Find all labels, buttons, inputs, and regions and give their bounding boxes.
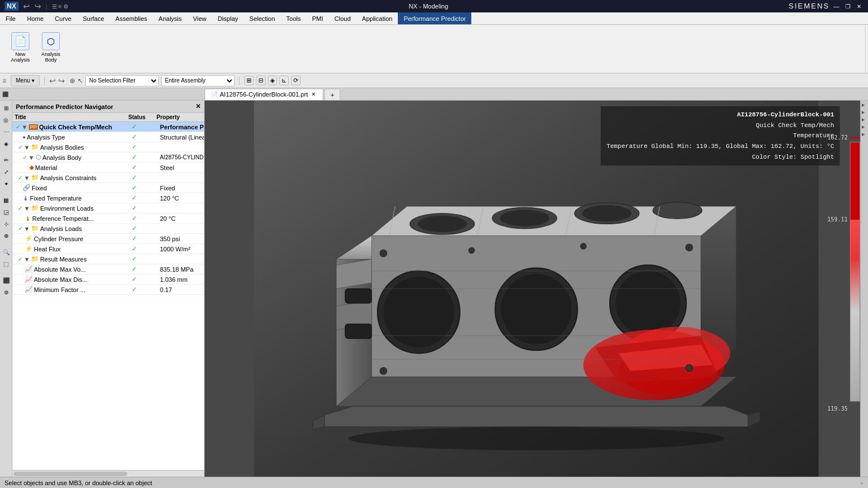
info-overlay: AI128756-CylinderBlock-001 Quick Check T… bbox=[601, 106, 840, 165]
left-icon-6[interactable]: ⤢ bbox=[1, 167, 11, 177]
tree-row-6[interactable]: ✓ ▼ 📁 Analysis Constraints ✓ bbox=[12, 173, 204, 183]
tree-row-2[interactable]: ● Analysis Type ✓ Structural (Linear Sta… bbox=[12, 132, 204, 142]
menu-selection[interactable]: Selection bbox=[244, 12, 280, 24]
tree-row-1[interactable]: ✓ ▼ PP Quick Check Temp/Mech ✓ Performan… bbox=[12, 122, 204, 132]
snap-btn[interactable]: ⊞ bbox=[244, 76, 254, 85]
redo-nav[interactable]: ↪ bbox=[58, 76, 65, 85]
left-icon-1[interactable]: ⊞ bbox=[1, 103, 11, 113]
menu-cloud[interactable]: Cloud bbox=[329, 12, 357, 24]
tree-status-5: ✓ bbox=[131, 163, 159, 172]
tree-cell-title-15: 📈 Absolute Max Vo... bbox=[12, 265, 131, 273]
collapse-14[interactable]: ▼ bbox=[24, 256, 30, 263]
menu-surface[interactable]: Surface bbox=[77, 12, 110, 24]
left-icon-15[interactable]: ⊚ bbox=[1, 287, 11, 297]
menu-curve[interactable]: Curve bbox=[49, 12, 77, 24]
left-icon-10[interactable]: ⊹ bbox=[1, 219, 11, 229]
separator: | bbox=[46, 3, 47, 10]
left-icon-12[interactable]: 🔍 bbox=[1, 247, 11, 257]
menu-button[interactable]: Menu ▾ bbox=[11, 75, 40, 86]
menu-view[interactable]: View bbox=[188, 12, 212, 24]
minimize-btn[interactable]: — bbox=[832, 2, 841, 11]
left-icon-3[interactable]: ⋯ bbox=[1, 127, 11, 137]
redo-btn[interactable]: ↪ bbox=[34, 2, 41, 11]
left-icon-4[interactable]: ◈ bbox=[1, 138, 11, 149]
menu-file[interactable]: File bbox=[0, 12, 21, 24]
load-icon-13: ⚡ bbox=[25, 245, 33, 252]
right-icon-2[interactable]: ▶ bbox=[862, 110, 867, 116]
nav-icon-1[interactable]: ≡ bbox=[2, 77, 6, 85]
tree-row-4[interactable]: ✓ ▼ ⬡ Analysis Body ✓ AI28756-CYLINDEBLO… bbox=[12, 152, 204, 163]
tree-row-17[interactable]: 📈 Minimum Factor ... ✓ 0.17 bbox=[12, 285, 204, 295]
left-icon-2[interactable]: ◎ bbox=[1, 115, 11, 125]
nav-scroll-thumb[interactable] bbox=[14, 472, 127, 476]
undo-btn[interactable]: ↩ bbox=[23, 2, 30, 11]
tree-label-6: Analysis Constraints bbox=[40, 175, 97, 181]
tree-cell-title-11: ✓ ▼ 📁 Analysis Loads bbox=[12, 224, 131, 233]
tree-row-8[interactable]: 🌡 Fixed Temperature ✓ 120 °C bbox=[12, 193, 204, 203]
collapse-11[interactable]: ▼ bbox=[24, 225, 30, 232]
collapse-9[interactable]: ▼ bbox=[24, 205, 30, 212]
tree-row-15[interactable]: 📈 Absolute Max Vo... ✓ 835.18 MPa bbox=[12, 264, 204, 274]
tree-row-7[interactable]: 🔗 Fixed ✓ Fixed bbox=[12, 183, 204, 193]
menu-home[interactable]: Home bbox=[21, 12, 49, 24]
nav-btn-d[interactable]: ⟳ bbox=[291, 76, 301, 85]
tree-row-9[interactable]: ✓ ▼ 📁 Environment Loads ✓ bbox=[12, 203, 204, 213]
left-icon-bar: ⊞ ◎ ⋯ ◈ ✏ ⤢ ✦ ▦ ◲ ⊹ ⊕ 🔍 ⬚ ⬛ ⊚ bbox=[0, 101, 12, 477]
right-icon-1[interactable]: ▶ bbox=[862, 103, 867, 108]
nav-btn-c[interactable]: ⊾ bbox=[279, 76, 289, 85]
menu-application[interactable]: Application bbox=[357, 12, 398, 24]
tree-row-14[interactable]: ✓ ▼ 📁 Result Measures ✓ bbox=[12, 254, 204, 264]
nav-toolbar: ≡ Menu ▾ ↩ ↪ ⊕ ↖ No Selection Filter Ent… bbox=[0, 73, 868, 88]
right-icon-5[interactable]: ▶ bbox=[862, 132, 867, 138]
nav-scrollbar[interactable] bbox=[12, 470, 204, 477]
left-icon-5[interactable]: ✏ bbox=[1, 155, 11, 165]
menu-analysis[interactable]: Analysis bbox=[153, 12, 188, 24]
left-icon-11[interactable]: ⊕ bbox=[1, 230, 11, 241]
tree-row-12[interactable]: ⚡ Cylinder Pressure ✓ 350 psi bbox=[12, 234, 204, 244]
menu-pmi[interactable]: PMI bbox=[306, 12, 329, 24]
nav-select-icon[interactable]: ↖ bbox=[77, 77, 83, 85]
right-icon-3[interactable]: ▶ bbox=[862, 117, 867, 123]
restore-btn[interactable]: ❐ bbox=[843, 2, 852, 11]
tree-cell-title-14: ✓ ▼ 📁 Result Measures bbox=[12, 255, 131, 263]
collapse-4[interactable]: ▼ bbox=[28, 154, 34, 161]
tab-close-btn[interactable]: ✕ bbox=[310, 91, 317, 97]
left-icon-7[interactable]: ✦ bbox=[1, 178, 11, 189]
nav-btn-b[interactable]: ◈ bbox=[268, 76, 277, 85]
navigator-title: Performance Predictor Navigator bbox=[16, 103, 113, 110]
assembly-dropdown[interactable]: Entire Assembly bbox=[161, 75, 235, 86]
collapse-3[interactable]: ▼ bbox=[24, 144, 30, 151]
new-analysis-button[interactable]: 📄 New Analysis bbox=[6, 27, 35, 68]
tree-row-3[interactable]: ✓ ▼ 📁 Analysis Bodies ✓ bbox=[12, 142, 204, 152]
navigator-close[interactable]: ✕ bbox=[196, 103, 201, 110]
selection-filter-dropdown[interactable]: No Selection Filter bbox=[85, 75, 159, 86]
undo-nav[interactable]: ↩ bbox=[49, 76, 56, 85]
tree-row-11[interactable]: ✓ ▼ 📁 Analysis Loads ✓ bbox=[12, 224, 204, 234]
nav-snap-icon[interactable]: ⊕ bbox=[70, 77, 75, 85]
left-icon-8[interactable]: ▦ bbox=[1, 195, 11, 205]
collapse-6[interactable]: ▼ bbox=[24, 175, 30, 181]
tree-row-5[interactable]: ◆ Material ✓ Steel bbox=[12, 163, 204, 173]
tree-row-10[interactable]: 🌡 Reference Temperat... ✓ 20 °C bbox=[12, 213, 204, 224]
menu-performance-predictor[interactable]: Performance Predictor bbox=[398, 12, 471, 24]
tree-status-14: ✓ bbox=[131, 255, 159, 263]
check-11: ✓ bbox=[18, 225, 23, 232]
menu-tools[interactable]: Tools bbox=[281, 12, 307, 24]
tree-status-12: ✓ bbox=[131, 234, 159, 243]
menu-display[interactable]: Display bbox=[212, 12, 244, 24]
left-icon-14[interactable]: ⬛ bbox=[1, 275, 11, 285]
analysis-body-button[interactable]: ⬡ Analysis Body bbox=[36, 27, 66, 68]
left-icon-9[interactable]: ◲ bbox=[1, 207, 11, 217]
tab-plus[interactable]: + bbox=[324, 89, 340, 100]
tree-row-16[interactable]: 📈 Absolute Max Dis... ✓ 1.036 mm bbox=[12, 274, 204, 285]
nav-tree: Title Status Property ✓ ▼ PP Quick Check… bbox=[12, 113, 204, 470]
nav-btn-a[interactable]: ⊟ bbox=[256, 76, 266, 85]
menu-assemblies[interactable]: Assemblies bbox=[110, 12, 153, 24]
toolbar-group-main: 📄 New Analysis ⬡ Analysis Body bbox=[2, 26, 866, 69]
close-btn[interactable]: ✕ bbox=[854, 2, 863, 11]
collapse-1[interactable]: ▼ bbox=[21, 124, 28, 130]
tab-cylinder-block[interactable]: 📄 AI128756-CylinderBlock-001.prt ✕ bbox=[205, 89, 323, 100]
tree-row-13[interactable]: ⚡ Heat Flux ✓ 1000 W/m² bbox=[12, 244, 204, 254]
left-icon-13[interactable]: ⬚ bbox=[1, 259, 11, 269]
right-icon-4[interactable]: ▶ bbox=[862, 125, 867, 130]
